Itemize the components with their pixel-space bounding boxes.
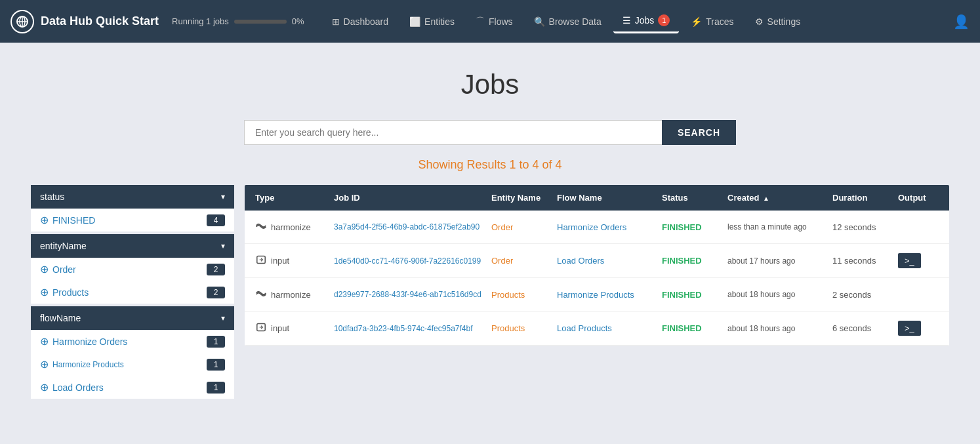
jobs-icon: ☰ bbox=[623, 15, 631, 26]
filter-status-items: ⊕ FINISHED 4 bbox=[31, 209, 234, 232]
app-brand: Data Hub Quick Start bbox=[10, 10, 159, 33]
row2-flow[interactable]: Load Orders bbox=[557, 256, 662, 266]
jobs-table: Type Job ID Entity Name Flow Name Status… bbox=[245, 185, 949, 346]
filter-entity-order[interactable]: ⊕ Order bbox=[40, 263, 76, 275]
filter-flow-harmonize-orders[interactable]: ⊕ Harmonize Orders bbox=[40, 335, 127, 348]
col-entity: Entity Name bbox=[491, 193, 557, 203]
col-output: Output bbox=[898, 193, 949, 203]
harmonize-icon bbox=[255, 221, 267, 233]
filter-entity-products[interactable]: ⊕ Products bbox=[40, 286, 89, 298]
filter-flow-harmonize-products[interactable]: ⊕ Harmonize Products bbox=[40, 358, 124, 371]
filter-order-label: Order bbox=[52, 264, 76, 275]
nav-flows[interactable]: ⌒ Flows bbox=[466, 10, 522, 33]
filter-finished-label: FINISHED bbox=[52, 215, 95, 226]
search-input[interactable] bbox=[244, 120, 662, 145]
table-row: harmonize d239e977-2688-433f-94e6-ab71c5… bbox=[245, 278, 949, 312]
jobs-badge: 1 bbox=[658, 14, 670, 26]
row4-output[interactable]: >_ bbox=[898, 321, 949, 336]
filter-harmonize-orders-count: 1 bbox=[207, 336, 225, 348]
filter-status-finished[interactable]: ⊕ FINISHED bbox=[40, 214, 95, 226]
output-button[interactable]: >_ bbox=[898, 321, 921, 336]
row1-entity: Order bbox=[491, 222, 557, 232]
filter-entity-header[interactable]: entityName ▾ bbox=[31, 234, 234, 258]
filter-item: ⊕ FINISHED 4 bbox=[31, 209, 234, 232]
plus-icon: ⊕ bbox=[40, 358, 49, 371]
output-button[interactable]: >_ bbox=[898, 253, 921, 268]
nav-entities[interactable]: ⬜ Entities bbox=[400, 11, 464, 32]
nav-settings[interactable]: ⚙ Settings bbox=[746, 11, 810, 32]
harmonize-icon bbox=[255, 289, 267, 300]
row4-flow[interactable]: Load Products bbox=[557, 323, 662, 333]
row3-jobid[interactable]: d239e977-2688-433f-94e6-ab71c516d9cd bbox=[334, 290, 491, 299]
filter-load-orders-label: Load Orders bbox=[52, 382, 104, 393]
nav-browse-data[interactable]: 🔍 Browse Data bbox=[525, 11, 611, 32]
filter-status-header[interactable]: status ▾ bbox=[31, 185, 234, 209]
row2-type: input bbox=[255, 255, 334, 267]
body-layout: status ▾ ⊕ FINISHED 4 entityName bbox=[31, 185, 949, 401]
filter-status-label: status bbox=[40, 192, 64, 202]
filter-item: ⊕ Load Orders 1 bbox=[31, 376, 234, 399]
row1-jobid[interactable]: 3a7a95d4-2f56-46b9-abdc-61875ef2ab90 bbox=[334, 222, 491, 232]
filter-flow-header[interactable]: flowName ▾ bbox=[31, 306, 234, 330]
col-duration: Duration bbox=[832, 193, 898, 203]
search-button[interactable]: SEARCH bbox=[662, 120, 736, 145]
filter-flow-chevron: ▾ bbox=[221, 313, 225, 323]
search-bar: SEARCH bbox=[244, 120, 736, 145]
filter-harmonize-orders-label: Harmonize Orders bbox=[52, 336, 127, 347]
row1-status: FINISHED bbox=[662, 222, 727, 232]
progress-percent: 0% bbox=[292, 16, 304, 26]
filter-products-count: 2 bbox=[207, 287, 225, 298]
col-type: Type bbox=[255, 193, 334, 203]
nav-dashboard-label: Dashboard bbox=[344, 16, 389, 27]
row2-jobid[interactable]: 1de540d0-cc71-4676-906f-7a22616c0199 bbox=[334, 256, 491, 266]
nav-settings-label: Settings bbox=[767, 16, 801, 27]
row4-jobid[interactable]: 10dfad7a-3b23-4fb5-974c-4fec95a7f4bf bbox=[334, 324, 491, 333]
row4-type-label: input bbox=[271, 323, 289, 333]
filter-flow-section: flowName ▾ ⊕ Harmonize Orders 1 ⊕ bbox=[31, 306, 234, 399]
browse-icon: 🔍 bbox=[534, 16, 545, 27]
row4-entity: Products bbox=[491, 323, 557, 333]
row2-output[interactable]: >_ bbox=[898, 253, 949, 268]
brand-icon bbox=[10, 10, 34, 33]
plus-icon: ⊕ bbox=[40, 335, 49, 348]
col-status: Status bbox=[662, 193, 727, 203]
nav-flows-label: Flows bbox=[489, 16, 513, 27]
row2-created: about 17 hours ago bbox=[727, 256, 832, 266]
plus-icon: ⊕ bbox=[40, 381, 49, 394]
input-icon bbox=[255, 323, 267, 334]
filter-item: ⊕ Products 2 bbox=[31, 281, 234, 304]
filter-harmonize-products-label: Harmonize Products bbox=[52, 360, 124, 369]
filter-flow-items: ⊕ Harmonize Orders 1 ⊕ Harmonize Product… bbox=[31, 330, 234, 399]
row4-type: input bbox=[255, 323, 334, 334]
table-row: input 10dfad7a-3b23-4fb5-974c-4fec95a7f4… bbox=[245, 312, 949, 346]
flows-icon: ⌒ bbox=[476, 16, 485, 28]
filter-finished-count: 4 bbox=[207, 214, 225, 226]
row3-created: about 18 hours ago bbox=[727, 290, 832, 299]
nav-jobs[interactable]: ☰ Jobs 1 bbox=[613, 9, 680, 33]
row3-type: harmonize bbox=[255, 289, 334, 300]
filter-entity-items: ⊕ Order 2 ⊕ Products 2 bbox=[31, 258, 234, 304]
row1-created: less than a minute ago bbox=[727, 222, 832, 232]
input-icon bbox=[255, 255, 267, 267]
filter-status-chevron: ▾ bbox=[221, 192, 225, 201]
filter-products-label: Products bbox=[52, 287, 89, 298]
nav-dashboard[interactable]: ⊞ Dashboard bbox=[323, 11, 398, 32]
plus-icon: ⊕ bbox=[40, 214, 49, 226]
table-header: Type Job ID Entity Name Flow Name Status… bbox=[245, 185, 949, 211]
running-jobs-label: Running 1 jobs bbox=[172, 16, 229, 26]
user-avatar[interactable]: 👤 bbox=[953, 14, 970, 30]
dashboard-icon: ⊞ bbox=[332, 16, 340, 27]
filter-flow-load-orders[interactable]: ⊕ Load Orders bbox=[40, 381, 104, 394]
page-title: Jobs bbox=[461, 69, 520, 100]
row2-type-label: input bbox=[271, 256, 289, 266]
row1-duration: 12 seconds bbox=[832, 222, 898, 232]
nav-browse-label: Browse Data bbox=[549, 16, 602, 27]
table-row: harmonize 3a7a95d4-2f56-46b9-abdc-61875e… bbox=[245, 211, 949, 244]
settings-icon: ⚙ bbox=[755, 16, 764, 27]
nav-traces[interactable]: ⚡ Traces bbox=[682, 11, 743, 32]
row3-flow[interactable]: Harmonize Products bbox=[557, 290, 662, 300]
entities-icon: ⬜ bbox=[409, 16, 420, 27]
plus-icon: ⊕ bbox=[40, 263, 49, 275]
row1-flow[interactable]: Harmonize Orders bbox=[557, 222, 662, 232]
nav-traces-label: Traces bbox=[706, 16, 733, 27]
